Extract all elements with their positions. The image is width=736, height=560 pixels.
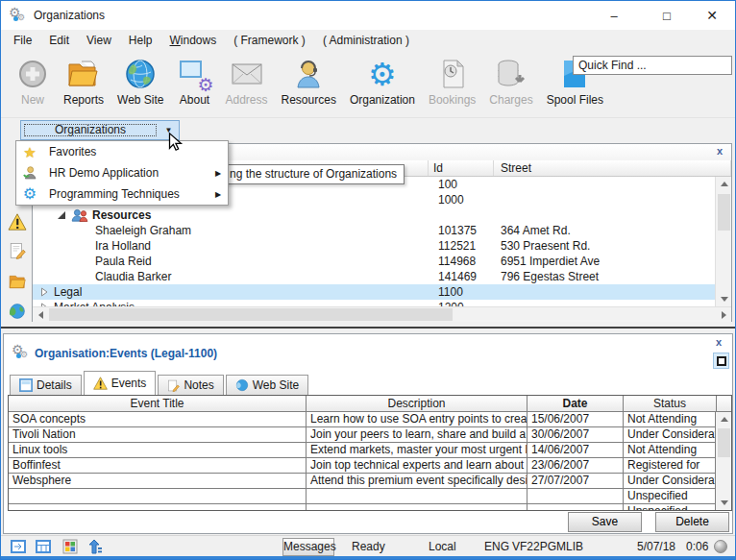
maximize-panel-icon[interactable]	[713, 353, 729, 369]
table-row[interactable]: Paula Reid 114968 6951 Imperdiet Ave	[33, 254, 715, 269]
table-row[interactable]: Market Analysis 1200	[33, 300, 715, 306]
status-time: 0:06	[686, 540, 708, 553]
menu-item-programming-techniques[interactable]: ⚙ Programming Techniques ▶	[16, 183, 228, 205]
views-dropdown-menu: ★ Favorites HR Demo Application ▶ ⚙ Prog…	[15, 140, 229, 206]
close-icon[interactable]: x	[713, 144, 726, 158]
mouse-cursor	[164, 132, 185, 156]
app-window: ⚙⚙ Organizations – □ ✕ File Edit View He…	[0, 0, 736, 560]
tab-events[interactable]: Events	[84, 371, 157, 395]
resources-button[interactable]: Resources	[275, 56, 343, 108]
palette-icon[interactable]	[62, 539, 78, 554]
menu-windows[interactable]: Windows	[161, 32, 226, 49]
tree-horizontal-scrollbar[interactable]	[33, 306, 731, 322]
organization-button[interactable]: ⚙ Organization	[343, 56, 422, 108]
table-row[interactable]: Shaeleigh Graham 101375 364 Amet Rd.	[33, 223, 715, 238]
menu-item-favorites[interactable]: ★ Favorites	[16, 141, 228, 162]
views-dropdown-button[interactable]: Organizations ▼	[20, 120, 180, 140]
table-row[interactable]: Linux toolsExtend markets, master your m…	[9, 443, 715, 458]
status-scope: Local	[429, 540, 456, 553]
table-row[interactable]: Unspecified	[9, 504, 715, 510]
database-arrow-icon	[494, 57, 528, 91]
events-table: Event Title Description Date Status SOA …	[8, 395, 732, 511]
menu-file[interactable]: File	[5, 32, 40, 49]
folder-icon	[66, 57, 101, 91]
column-header-event-title[interactable]: Event Title	[9, 396, 307, 412]
column-header-date[interactable]: Date	[527, 396, 624, 412]
web-site-button[interactable]: Web Site	[110, 56, 170, 108]
about-icon: ⚙	[178, 57, 212, 91]
tab-web-site[interactable]: Web Site	[226, 375, 308, 395]
table-row[interactable]: Unspecified	[9, 489, 715, 504]
panel-title: Organisation:Events (Legal-1100)	[35, 347, 217, 360]
menu-administration[interactable]: ( Administration )	[314, 32, 418, 49]
window-switch-icon[interactable]	[11, 539, 26, 554]
globe-icon	[235, 378, 249, 392]
tree-vertical-scrollbar[interactable]	[715, 177, 731, 306]
save-button[interactable]: Save	[568, 512, 642, 532]
table-row[interactable]: WebsphereAttend this premium event speci…	[9, 474, 715, 489]
scroll-up-icon[interactable]	[716, 177, 731, 191]
tree-collapsed-icon[interactable]	[39, 287, 49, 297]
status-date: 5/07/18	[637, 540, 675, 553]
delete-button[interactable]: Delete	[655, 512, 729, 532]
menu-help[interactable]: Help	[120, 32, 161, 49]
events-table-rows: SOA conceptsLearn how to use SOA entry p…	[9, 412, 715, 510]
details-icon	[19, 378, 33, 392]
person-icon	[16, 165, 43, 181]
scroll-down-icon[interactable]	[716, 496, 732, 510]
charges-button: Charges	[482, 56, 539, 108]
note-pencil-icon[interactable]	[8, 241, 27, 260]
menu-edit[interactable]: Edit	[40, 32, 78, 49]
sort-up-icon[interactable]	[87, 539, 103, 554]
column-header-status[interactable]: Status	[624, 396, 717, 412]
gear-icon: ⚙	[16, 186, 43, 202]
scroll-left-icon[interactable]	[33, 307, 48, 323]
column-header-description[interactable]: Description	[307, 396, 527, 412]
reports-button[interactable]: Reports	[57, 56, 110, 108]
document-clock-icon	[435, 57, 470, 91]
menu-framework[interactable]: ( Framework )	[225, 32, 314, 49]
table-row-selected[interactable]: Legal 1100	[33, 284, 715, 300]
quick-find-input[interactable]	[573, 56, 732, 75]
scrollbar-thumb[interactable]	[718, 194, 730, 231]
column-header-street[interactable]: Street	[494, 160, 731, 176]
about-button[interactable]: ⚙ About	[171, 56, 219, 108]
scroll-right-icon[interactable]	[716, 307, 731, 323]
people-group-icon	[71, 208, 88, 222]
table-row[interactable]: BoffinfestJoin top technical experts and…	[9, 458, 715, 474]
grid-icon[interactable]	[36, 539, 51, 554]
note-pencil-icon	[167, 379, 180, 392]
close-icon[interactable]: x	[712, 335, 725, 349]
scrollbar-thumb[interactable]	[49, 308, 453, 321]
events-vertical-scrollbar[interactable]	[715, 412, 731, 510]
globe-icon[interactable]	[8, 302, 27, 321]
window-bottom-edge	[1, 556, 735, 559]
tab-details[interactable]: Details	[10, 375, 82, 395]
menu-item-hr-demo-application[interactable]: HR Demo Application ▶	[16, 162, 228, 183]
tree-expanded-icon[interactable]	[57, 210, 66, 220]
scrollbar-thumb[interactable]	[718, 428, 730, 457]
folder-icon[interactable]	[8, 272, 27, 291]
messages-button[interactable]: Messages	[282, 538, 334, 556]
warning-icon[interactable]	[8, 212, 27, 231]
submenu-arrow-icon: ▶	[209, 169, 228, 178]
table-row[interactable]: Claudia Barker 141469 796 Egestas Street	[33, 269, 715, 284]
table-row[interactable]: Ira Holland 112521 530 Praesent Rd.	[33, 238, 715, 254]
tab-bar: Details Events Notes Web Site	[10, 371, 310, 395]
minimize-button[interactable]: –	[599, 1, 629, 30]
tab-notes[interactable]: Notes	[158, 375, 223, 395]
scroll-up-icon[interactable]	[716, 412, 732, 426]
table-row[interactable]: SOA conceptsLearn how to use SOA entry p…	[9, 412, 715, 427]
close-button[interactable]: ✕	[697, 1, 727, 30]
table-row[interactable]: Resources	[33, 207, 715, 223]
maximize-button[interactable]: □	[651, 1, 682, 30]
panel-splitter[interactable]	[1, 323, 735, 333]
column-header-spacer	[717, 396, 731, 412]
table-row[interactable]: Tivoli NationJoin your peers to learn, s…	[9, 427, 715, 443]
scroll-down-icon[interactable]	[716, 292, 731, 306]
new-icon	[15, 57, 50, 91]
column-header-id[interactable]: Id	[429, 160, 494, 176]
menu-bar: File Edit View Help Windows ( Framework …	[1, 30, 735, 51]
envelope-icon	[230, 57, 264, 91]
menu-view[interactable]: View	[78, 32, 120, 49]
